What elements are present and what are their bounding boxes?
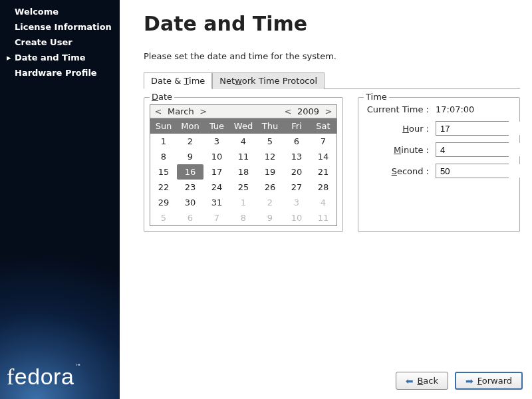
calendar-day[interactable]: 20 — [283, 164, 310, 180]
calendar-day[interactable]: 6 — [283, 134, 310, 149]
main-panel: Date and Time Please set the date and ti… — [120, 0, 532, 399]
calendar-day[interactable]: 14 — [310, 149, 336, 164]
page-title: Date and Time — [144, 12, 520, 35]
nav-list: Welcome License Information Create User … — [0, 0, 120, 82]
calendar-dow: Wed — [230, 118, 257, 134]
sidebar: Welcome License Information Create User … — [0, 0, 120, 399]
calendar-grid: SunMonTueWedThuFriSat1234567891011121314… — [150, 118, 336, 225]
fedora-logo: fedora™ — [7, 363, 82, 390]
calendar-day[interactable]: 9 — [177, 149, 203, 164]
calendar-day[interactable]: 15 — [150, 164, 177, 180]
hour-stepper[interactable]: ▲▼ — [436, 121, 509, 136]
prev-month-button[interactable]: < — [153, 106, 164, 116]
time-legend: Time — [364, 92, 389, 102]
minute-label: Minute : — [364, 145, 436, 155]
calendar-day[interactable]: 6 — [177, 210, 203, 225]
calendar: < March > < 2009 > SunMonTueWedThuFriSat… — [150, 104, 337, 226]
sidebar-item-welcome[interactable]: Welcome — [7, 5, 116, 21]
calendar-day[interactable]: 2 — [177, 134, 203, 149]
calendar-header: < March > < 2009 > — [150, 105, 336, 118]
calendar-day[interactable]: 7 — [203, 210, 230, 225]
time-group: Time Current Time : 17:07:00 Hour : ▲▼ M… — [358, 97, 520, 232]
calendar-day[interactable]: 30 — [177, 195, 203, 210]
calendar-day[interactable]: 4 — [310, 195, 336, 210]
calendar-day[interactable]: 29 — [150, 195, 177, 210]
calendar-day[interactable]: 25 — [230, 180, 257, 195]
calendar-day[interactable]: 16 — [177, 164, 203, 180]
calendar-day[interactable]: 7 — [310, 134, 336, 149]
calendar-day[interactable]: 26 — [257, 180, 283, 195]
footer-buttons: ⬅ Back ➡ Forward — [396, 372, 523, 390]
page-instruction: Please set the date and time for the sys… — [144, 51, 520, 61]
calendar-dow: Sun — [150, 118, 177, 134]
back-button[interactable]: ⬅ Back — [396, 372, 448, 390]
sidebar-item-create-user[interactable]: Create User — [7, 36, 116, 51]
second-stepper[interactable]: ▲▼ — [436, 164, 509, 178]
calendar-day[interactable]: 13 — [283, 149, 310, 164]
calendar-dow: Mon — [177, 118, 203, 134]
calendar-year[interactable]: 2009 — [293, 106, 323, 116]
calendar-dow: Fri — [283, 118, 310, 134]
sidebar-item-hardware-profile[interactable]: Hardware Profile — [7, 66, 116, 82]
calendar-dow: Thu — [257, 118, 283, 134]
calendar-day[interactable]: 19 — [257, 164, 283, 180]
sidebar-item-license-information[interactable]: License Information — [7, 21, 116, 36]
calendar-day[interactable]: 5 — [257, 134, 283, 149]
prev-year-button[interactable]: < — [283, 106, 293, 116]
hour-input[interactable] — [436, 122, 532, 135]
calendar-day[interactable]: 9 — [257, 210, 283, 225]
minute-input[interactable] — [436, 143, 532, 156]
calendar-day[interactable]: 4 — [230, 134, 257, 149]
calendar-month[interactable]: March — [164, 106, 198, 116]
hour-label: Hour : — [364, 124, 436, 134]
calendar-day[interactable]: 24 — [203, 180, 230, 195]
calendar-day[interactable]: 3 — [283, 195, 310, 210]
calendar-day[interactable]: 17 — [203, 164, 230, 180]
calendar-day[interactable]: 1 — [150, 134, 177, 149]
date-legend: Date — [150, 92, 174, 102]
current-time-label: Current Time : — [364, 104, 436, 114]
tab-date-time[interactable]: Date & Time — [144, 72, 212, 89]
calendar-day[interactable]: 12 — [257, 149, 283, 164]
calendar-day[interactable]: 27 — [283, 180, 310, 195]
second-input[interactable] — [436, 164, 532, 178]
sidebar-item-date-and-time[interactable]: ▸Date and Time — [7, 51, 116, 66]
second-label: Second : — [364, 166, 436, 176]
tab-network-time-protocol[interactable]: Network Time Protocol — [212, 72, 325, 89]
calendar-day[interactable]: 8 — [150, 149, 177, 164]
calendar-day[interactable]: 10 — [283, 210, 310, 225]
tab-bar: Date & Time Network Time Protocol — [144, 72, 520, 89]
calendar-day[interactable]: 11 — [230, 149, 257, 164]
calendar-day[interactable]: 22 — [150, 180, 177, 195]
arrow-right-icon: ➡ — [466, 376, 473, 386]
calendar-day[interactable]: 28 — [310, 180, 336, 195]
calendar-day[interactable]: 21 — [310, 164, 336, 180]
calendar-day[interactable]: 1 — [230, 195, 257, 210]
calendar-day[interactable]: 10 — [203, 149, 230, 164]
minute-stepper[interactable]: ▲▼ — [436, 142, 509, 157]
calendar-day[interactable]: 18 — [230, 164, 257, 180]
next-year-button[interactable]: > — [323, 106, 334, 116]
next-month-button[interactable]: > — [198, 106, 209, 116]
arrow-left-icon: ⬅ — [406, 376, 414, 386]
calendar-day[interactable]: 8 — [230, 210, 257, 225]
calendar-day[interactable]: 23 — [177, 180, 203, 195]
current-time-value: 17:07:00 — [436, 104, 474, 114]
forward-button[interactable]: ➡ Forward — [455, 372, 523, 390]
calendar-dow: Sat — [310, 118, 336, 134]
date-group: Date < March > < 2009 > SunMonTueWedThuF… — [144, 97, 343, 232]
calendar-day[interactable]: 3 — [203, 134, 230, 149]
calendar-day[interactable]: 5 — [150, 210, 177, 225]
calendar-day[interactable]: 11 — [310, 210, 336, 225]
caret-right-icon: ▸ — [7, 53, 15, 63]
calendar-dow: Tue — [203, 118, 230, 134]
calendar-day[interactable]: 2 — [257, 195, 283, 210]
calendar-day[interactable]: 31 — [203, 195, 230, 210]
